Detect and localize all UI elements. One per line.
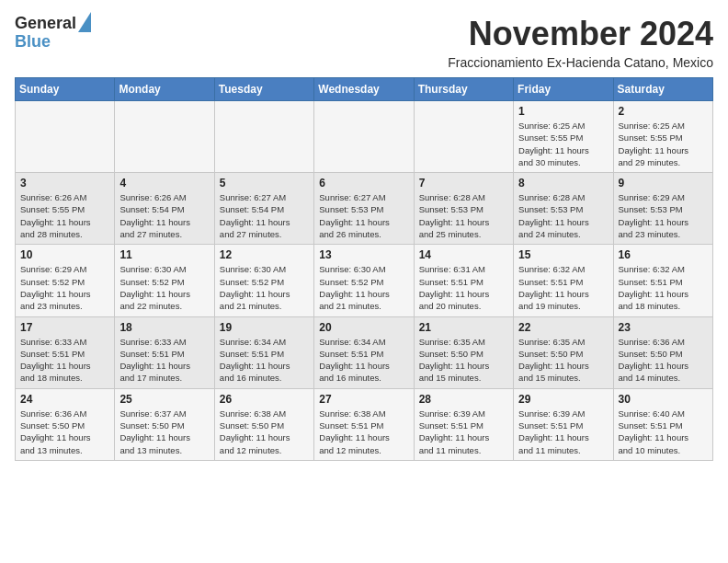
day-info: Sunrise: 6:30 AM Sunset: 5:52 PM Dayligh… — [220, 263, 309, 312]
calendar-cell: 11Sunrise: 6:30 AM Sunset: 5:52 PM Dayli… — [115, 245, 214, 316]
day-info: Sunrise: 6:33 AM Sunset: 5:51 PM Dayligh… — [119, 336, 209, 385]
day-number: 14 — [419, 248, 508, 261]
logo-triangle-icon — [78, 12, 91, 32]
day-number: 4 — [119, 177, 209, 190]
calendar-cell — [314, 101, 414, 173]
calendar-cell: 21Sunrise: 6:35 AM Sunset: 5:50 PM Dayli… — [414, 316, 513, 388]
day-info: Sunrise: 6:40 AM Sunset: 5:51 PM Dayligh… — [619, 408, 708, 456]
day-info: Sunrise: 6:37 AM Sunset: 5:50 PM Dayligh… — [119, 408, 209, 456]
calendar-cell: 9Sunrise: 6:29 AM Sunset: 5:53 PM Daylig… — [613, 173, 712, 245]
calendar-cell: 30Sunrise: 6:40 AM Sunset: 5:51 PM Dayli… — [613, 388, 712, 460]
logo: General Blue — [15, 15, 91, 52]
day-number: 9 — [619, 177, 708, 190]
calendar-cell: 20Sunrise: 6:34 AM Sunset: 5:51 PM Dayli… — [314, 316, 414, 388]
calendar-cell: 7Sunrise: 6:28 AM Sunset: 5:53 PM Daylig… — [414, 173, 513, 245]
location-title: Fraccionamiento Ex-Hacienda Catano, Mexi… — [448, 55, 713, 70]
day-number: 19 — [220, 321, 309, 334]
day-number: 29 — [518, 393, 608, 406]
day-number: 7 — [419, 177, 508, 190]
day-number: 25 — [119, 393, 209, 406]
day-number: 17 — [20, 321, 109, 334]
calendar-cell: 8Sunrise: 6:28 AM Sunset: 5:53 PM Daylig… — [514, 173, 613, 245]
weekday-header: Friday — [514, 78, 613, 101]
calendar-week-row: 1Sunrise: 6:25 AM Sunset: 5:55 PM Daylig… — [16, 101, 713, 173]
calendar-cell: 25Sunrise: 6:37 AM Sunset: 5:50 PM Dayli… — [115, 388, 214, 460]
page-header: General Blue November 2024 Fraccionamien… — [15, 15, 713, 70]
day-info: Sunrise: 6:36 AM Sunset: 5:50 PM Dayligh… — [20, 408, 109, 456]
day-number: 12 — [220, 248, 309, 261]
day-number: 11 — [119, 248, 209, 261]
day-number: 20 — [319, 321, 408, 334]
day-number: 21 — [419, 321, 508, 334]
weekday-header: Wednesday — [314, 78, 414, 101]
day-number: 13 — [319, 248, 408, 261]
weekday-header: Sunday — [16, 78, 115, 101]
day-info: Sunrise: 6:38 AM Sunset: 5:51 PM Dayligh… — [319, 408, 408, 456]
calendar-cell: 28Sunrise: 6:39 AM Sunset: 5:51 PM Dayli… — [414, 388, 513, 460]
calendar-cell: 26Sunrise: 6:38 AM Sunset: 5:50 PM Dayli… — [214, 388, 313, 460]
calendar-header-row: SundayMondayTuesdayWednesdayThursdayFrid… — [16, 78, 713, 101]
day-number: 3 — [20, 177, 109, 190]
calendar-cell: 18Sunrise: 6:33 AM Sunset: 5:51 PM Dayli… — [115, 316, 214, 388]
day-info: Sunrise: 6:29 AM Sunset: 5:53 PM Dayligh… — [619, 191, 708, 240]
day-info: Sunrise: 6:30 AM Sunset: 5:52 PM Dayligh… — [119, 263, 209, 312]
day-number: 26 — [220, 393, 309, 406]
day-info: Sunrise: 6:29 AM Sunset: 5:52 PM Dayligh… — [20, 263, 109, 312]
day-info: Sunrise: 6:32 AM Sunset: 5:51 PM Dayligh… — [619, 263, 708, 312]
calendar-cell: 15Sunrise: 6:32 AM Sunset: 5:51 PM Dayli… — [514, 245, 613, 316]
calendar-cell — [16, 101, 115, 173]
calendar-week-row: 3Sunrise: 6:26 AM Sunset: 5:55 PM Daylig… — [16, 173, 713, 245]
calendar-cell: 23Sunrise: 6:36 AM Sunset: 5:50 PM Dayli… — [613, 316, 712, 388]
calendar-cell — [414, 101, 513, 173]
calendar-cell: 10Sunrise: 6:29 AM Sunset: 5:52 PM Dayli… — [16, 245, 115, 316]
calendar-cell — [115, 101, 214, 173]
day-info: Sunrise: 6:32 AM Sunset: 5:51 PM Dayligh… — [518, 263, 608, 312]
day-number: 6 — [319, 177, 408, 190]
day-number: 10 — [20, 248, 109, 261]
calendar-week-row: 24Sunrise: 6:36 AM Sunset: 5:50 PM Dayli… — [16, 388, 713, 460]
calendar-week-row: 17Sunrise: 6:33 AM Sunset: 5:51 PM Dayli… — [16, 316, 713, 388]
day-info: Sunrise: 6:27 AM Sunset: 5:54 PM Dayligh… — [220, 191, 309, 240]
calendar-cell: 13Sunrise: 6:30 AM Sunset: 5:52 PM Dayli… — [314, 245, 414, 316]
day-number: 16 — [619, 248, 708, 261]
day-info: Sunrise: 6:28 AM Sunset: 5:53 PM Dayligh… — [419, 191, 508, 240]
calendar-cell: 24Sunrise: 6:36 AM Sunset: 5:50 PM Dayli… — [16, 388, 115, 460]
day-info: Sunrise: 6:34 AM Sunset: 5:51 PM Dayligh… — [220, 336, 309, 385]
day-number: 18 — [119, 321, 209, 334]
day-number: 22 — [518, 321, 608, 334]
calendar-cell: 3Sunrise: 6:26 AM Sunset: 5:55 PM Daylig… — [16, 173, 115, 245]
logo-text-blue: Blue — [15, 32, 51, 51]
day-info: Sunrise: 6:36 AM Sunset: 5:50 PM Dayligh… — [619, 336, 708, 385]
day-info: Sunrise: 6:25 AM Sunset: 5:55 PM Dayligh… — [619, 120, 708, 168]
day-number: 8 — [518, 177, 608, 190]
day-info: Sunrise: 6:39 AM Sunset: 5:51 PM Dayligh… — [518, 408, 608, 456]
day-info: Sunrise: 6:33 AM Sunset: 5:51 PM Dayligh… — [20, 336, 109, 385]
title-block: November 2024 Fraccionamiento Ex-Haciend… — [448, 15, 713, 70]
day-info: Sunrise: 6:25 AM Sunset: 5:55 PM Dayligh… — [518, 120, 608, 168]
day-info: Sunrise: 6:38 AM Sunset: 5:50 PM Dayligh… — [220, 408, 309, 456]
calendar-week-row: 10Sunrise: 6:29 AM Sunset: 5:52 PM Dayli… — [16, 245, 713, 316]
day-number: 28 — [419, 393, 508, 406]
day-number: 23 — [619, 321, 708, 334]
calendar-table: SundayMondayTuesdayWednesdayThursdayFrid… — [15, 77, 713, 461]
calendar-cell: 19Sunrise: 6:34 AM Sunset: 5:51 PM Dayli… — [214, 316, 313, 388]
weekday-header: Thursday — [414, 78, 513, 101]
day-info: Sunrise: 6:35 AM Sunset: 5:50 PM Dayligh… — [518, 336, 608, 385]
logo-text-general: General — [15, 15, 76, 33]
calendar-cell: 12Sunrise: 6:30 AM Sunset: 5:52 PM Dayli… — [214, 245, 313, 316]
calendar-cell: 1Sunrise: 6:25 AM Sunset: 5:55 PM Daylig… — [514, 101, 613, 173]
day-number: 30 — [619, 393, 708, 406]
day-number: 15 — [518, 248, 608, 261]
calendar-cell: 4Sunrise: 6:26 AM Sunset: 5:54 PM Daylig… — [115, 173, 214, 245]
month-title: November 2024 — [448, 15, 713, 53]
weekday-header: Monday — [115, 78, 214, 101]
day-number: 27 — [319, 393, 408, 406]
day-info: Sunrise: 6:39 AM Sunset: 5:51 PM Dayligh… — [419, 408, 508, 456]
day-info: Sunrise: 6:31 AM Sunset: 5:51 PM Dayligh… — [419, 263, 508, 312]
day-number: 2 — [619, 105, 708, 118]
calendar-cell — [214, 101, 313, 173]
day-info: Sunrise: 6:26 AM Sunset: 5:54 PM Dayligh… — [119, 191, 209, 240]
day-info: Sunrise: 6:30 AM Sunset: 5:52 PM Dayligh… — [319, 263, 408, 312]
day-number: 1 — [518, 105, 608, 118]
calendar-cell: 17Sunrise: 6:33 AM Sunset: 5:51 PM Dayli… — [16, 316, 115, 388]
